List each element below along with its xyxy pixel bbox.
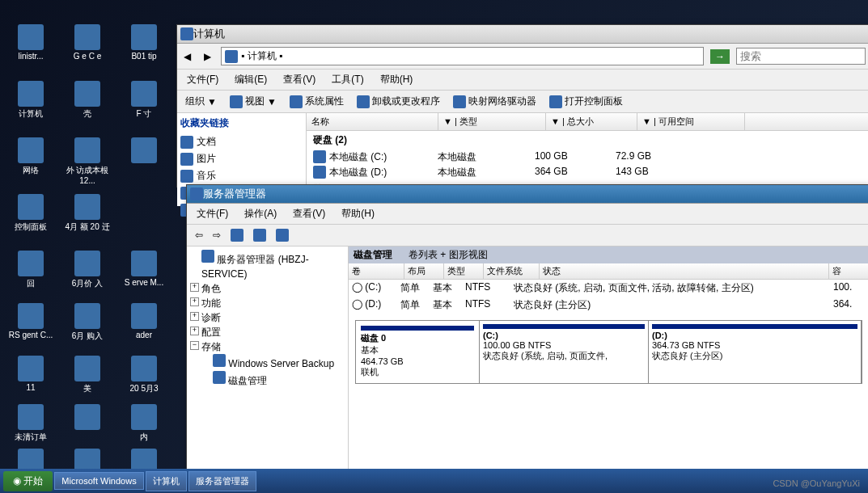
server-icon <box>190 188 203 200</box>
desktop-icon[interactable]: RS gent C... <box>6 303 55 339</box>
desktop[interactable]: (function(){ const d=JSON.parse(document… <box>0 0 868 493</box>
fav-docs[interactable]: 文档 <box>180 133 303 150</box>
organize-button[interactable]: 组织 ▼ <box>182 93 220 110</box>
servermgr-titlebar[interactable]: 服务器管理器 <box>187 185 868 204</box>
volume-row[interactable]: ◯ (D:) 简单 基本 NTFS 状态良好 (主分区) 364. <box>349 297 868 314</box>
cpanel-button[interactable]: 打开控制面板 <box>546 93 626 110</box>
fwd-button[interactable]: ⇨ <box>210 228 224 242</box>
desktop-icon[interactable]: 4月 额 20 迁 <box>63 194 112 233</box>
desktop-icon[interactable]: 20 5月3 <box>120 356 168 394</box>
fwd-button[interactable]: ▶ <box>201 49 214 64</box>
menu-tools[interactable]: 工具(T) <box>325 71 370 88</box>
fav-pics[interactable]: 图片 <box>180 150 303 167</box>
menu-help[interactable]: 帮助(H) <box>374 71 420 88</box>
partition-d[interactable]: (D:) 364.73 GB NTFS 状态良好 (主分区) <box>649 321 862 383</box>
desktop-icon[interactable]: 6月 购入 <box>63 303 112 342</box>
desktop-icon[interactable]: 外 访成本根 12... <box>63 137 112 185</box>
drive-row[interactable]: 本地磁盘 (C:)本地磁盘100 GB72.9 GB <box>307 150 868 165</box>
window-title: 计算机 <box>193 27 225 41</box>
address-bar[interactable]: ▪ 计算机 ▪ <box>221 47 704 65</box>
desktop-icon[interactable]: 美 <box>63 356 112 394</box>
help-button[interactable] <box>273 227 292 243</box>
docs-icon <box>180 136 193 149</box>
desktop-icon[interactable]: ader <box>120 303 168 339</box>
back-button[interactable]: ◀ <box>180 49 194 64</box>
desktop-icon[interactable]: 内 <box>120 404 168 443</box>
desktop-icon[interactable] <box>63 404 112 432</box>
search-input[interactable] <box>736 48 866 65</box>
volume-row[interactable]: ◯ (C:) 简单 基本 NTFS 状态良好 (系统, 启动, 页面文件, 活动… <box>349 280 868 297</box>
column-headers[interactable]: 名称 ▼ | 类型 ▼ | 总大小 ▼ | 可用空间 <box>307 113 868 131</box>
desktop-icon[interactable]: 11 <box>6 356 55 392</box>
desktop-icon[interactable]: 网络 <box>6 137 55 176</box>
dm-columns[interactable]: 卷 布局 类型 文件系统 状态 容 <box>349 263 868 280</box>
tree-item[interactable]: 存储 <box>201 341 221 352</box>
expand-icon[interactable]: + <box>190 312 199 321</box>
taskbar-item[interactable]: 计算机 <box>146 471 187 491</box>
dm-header: 磁盘管理 卷列表 + 图形视图 <box>349 247 868 263</box>
uninstall-icon <box>357 95 370 108</box>
tree-item[interactable]: 配置 <box>201 327 221 338</box>
disk-info[interactable]: 磁盘 0 基本 464.73 GB 联机 <box>356 321 480 383</box>
uninstall-button[interactable]: 卸载或更改程序 <box>354 93 443 110</box>
desktop-icon[interactable]: G e C e <box>63 24 112 61</box>
tree-item[interactable]: 诊断 <box>201 312 221 323</box>
watermark: CSDN @OuYangYuXi <box>773 478 860 488</box>
menu-help[interactable]: 帮助(H) <box>335 205 381 222</box>
menu-view[interactable]: 查看(V) <box>286 205 332 222</box>
explorer-menu: 文件(F) 编辑(E) 查看(V) 工具(T) 帮助(H) <box>177 70 868 91</box>
computer-icon <box>225 50 238 63</box>
desktop-icon[interactable]: 未清订单 <box>6 404 55 443</box>
start-button[interactable]: ◉ 开始 <box>3 471 53 491</box>
drive-row[interactable]: 本地磁盘 (D:)本地磁盘364 GB143 GB <box>307 165 868 180</box>
taskbar-item[interactable]: 服务器管理器 <box>188 471 256 491</box>
tree-item[interactable]: Windows Server Backup <box>228 358 334 369</box>
desktop-icon[interactable]: 6月价 入 <box>63 251 112 289</box>
expand-icon[interactable]: + <box>190 297 199 306</box>
menu-edit[interactable]: 编辑(E) <box>228 71 273 88</box>
desktop-icon[interactable]: 控制面板 <box>6 194 55 233</box>
cpanel-icon <box>549 95 562 108</box>
diskmgmt-pane: 磁盘管理 卷列表 + 图形视图 卷 布局 类型 文件系统 状态 容 ◯ (C:)… <box>349 247 868 478</box>
mapdrive-button[interactable]: 映射网络驱动器 <box>450 93 540 110</box>
collapse-icon[interactable]: − <box>190 341 199 350</box>
expand-icon[interactable]: + <box>190 283 199 292</box>
tree-item[interactable]: 功能 <box>201 297 221 309</box>
computer-icon <box>180 27 193 40</box>
explorer-titlebar[interactable]: 计算机 <box>177 25 868 44</box>
desktop-icon[interactable] <box>120 137 168 165</box>
desktop-icon[interactable]: 计算机 <box>6 81 55 120</box>
pics-icon <box>180 153 193 166</box>
taskbar-item[interactable]: Microsoft Windows <box>54 472 143 490</box>
desktop-icon[interactable]: 壳 <box>63 81 112 120</box>
tree-item[interactable]: 角色 <box>201 283 221 294</box>
music-icon <box>180 170 193 183</box>
desktop-icon[interactable]: F 寸 <box>120 81 168 120</box>
desktop-icon[interactable]: linistr... <box>6 24 55 61</box>
diskmgmt-icon <box>213 371 226 384</box>
tree-item[interactable]: 磁盘管理 <box>228 375 267 386</box>
desktop-icon[interactable]: S erve M... <box>120 251 168 287</box>
tool-button[interactable] <box>250 227 269 243</box>
fav-music[interactable]: 音乐 <box>180 167 303 184</box>
back-button[interactable]: ⇦ <box>192 228 206 242</box>
desktop-icon[interactable]: 回 <box>6 251 55 289</box>
menu-file[interactable]: 文件(F) <box>180 71 225 88</box>
backup-icon <box>213 354 226 367</box>
tree-root[interactable]: 服务器管理器 (HBZJ-SERVICE) <box>190 250 345 281</box>
go-button[interactable]: → <box>710 49 730 64</box>
refresh-button[interactable] <box>227 227 247 243</box>
server-icon <box>201 250 214 263</box>
views-button[interactable]: 视图 ▼ <box>227 93 280 110</box>
drive-icon <box>313 166 326 179</box>
partition-c[interactable]: (C:) 100.00 GB NTFS 状态良好 (系统, 启动, 页面文件, <box>480 321 649 383</box>
sysprops-button[interactable]: 系统属性 <box>286 93 347 110</box>
tree-pane: 服务器管理器 (HBZJ-SERVICE) +角色 +功能 +诊断 +配置 −存… <box>187 247 349 478</box>
taskbar: ◉ 开始 Microsoft Windows 计算机 服务器管理器 <box>0 469 868 493</box>
menu-action[interactable]: 操作(A) <box>238 205 283 222</box>
group-hdd[interactable]: 硬盘 (2) <box>307 131 868 150</box>
menu-file[interactable]: 文件(F) <box>190 205 235 222</box>
expand-icon[interactable]: + <box>190 327 199 335</box>
desktop-icon[interactable]: B01 tip <box>120 24 168 61</box>
menu-view[interactable]: 查看(V) <box>277 71 322 88</box>
